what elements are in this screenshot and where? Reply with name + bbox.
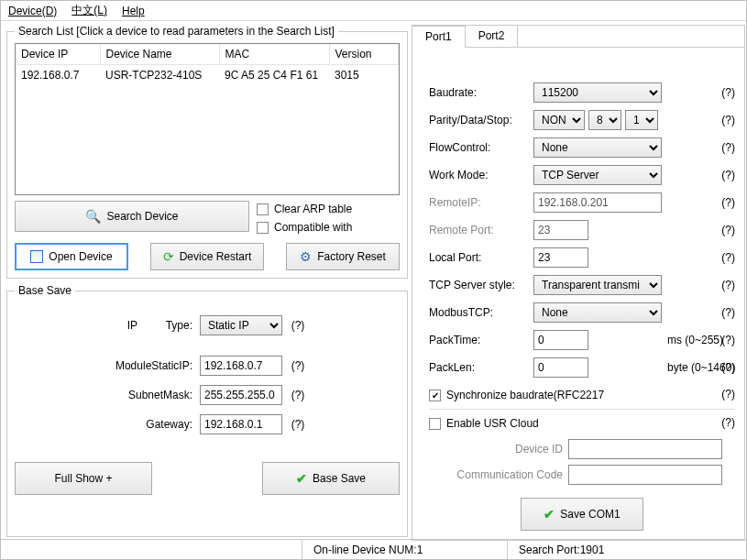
- menu-help[interactable]: Help: [122, 5, 145, 17]
- open-device-button[interactable]: Open Device: [15, 243, 128, 270]
- col-device-name[interactable]: Device Name: [100, 44, 219, 65]
- tab-port2[interactable]: Port2: [465, 25, 519, 47]
- subnet-input[interactable]: [200, 385, 282, 405]
- help-subnet[interactable]: (?): [282, 389, 313, 401]
- table-header-row: Device IP Device Name MAC Version: [16, 44, 399, 65]
- help-static-ip[interactable]: (?): [282, 359, 313, 372]
- table-row[interactable]: 192.168.0.7 USR-TCP232-410S 9C A5 25 C4 …: [16, 65, 399, 86]
- help-modbus[interactable]: (?): [721, 306, 735, 319]
- status-online: On-line Device NUM:1: [302, 540, 507, 559]
- tcpstyle-select[interactable]: Transparent transmi: [533, 275, 662, 295]
- help-flow[interactable]: (?): [721, 141, 735, 154]
- base-save-legend: Base Save: [15, 284, 75, 297]
- full-show-label: Full Show +: [54, 472, 112, 485]
- help-sync[interactable]: (?): [721, 388, 735, 401]
- packtime-unit: ms (0~255): [662, 334, 711, 346]
- comm-code-label: Communication Code: [451, 468, 568, 481]
- remoteport-label: Remote Port:: [429, 224, 533, 236]
- check-icon: ✔: [544, 507, 555, 522]
- menubar: Device(D) 中文(L) Help: [1, 1, 746, 21]
- workmode-select[interactable]: TCP Server: [533, 165, 662, 185]
- modbus-select[interactable]: None: [533, 302, 662, 323]
- device-id-input: [568, 439, 722, 459]
- open-device-label: Open Device: [49, 250, 112, 263]
- device-table[interactable]: Device IP Device Name MAC Version 192.16…: [15, 43, 400, 195]
- ip-type-select[interactable]: Static IP: [200, 315, 282, 335]
- menu-lang[interactable]: 中文(L): [71, 3, 107, 18]
- factory-reset-button[interactable]: ⚙ Factory Reset: [286, 243, 400, 270]
- subnet-label: SubnetMask:: [93, 389, 200, 401]
- type-label: Type:: [145, 319, 200, 332]
- help-packtime[interactable]: (?): [721, 334, 735, 346]
- cell-mac: 9C A5 25 C4 F1 61: [219, 65, 329, 86]
- data-select[interactable]: 8: [588, 110, 621, 130]
- device-restart-button[interactable]: ⟳ Device Restart: [150, 243, 264, 270]
- save-com1-button[interactable]: ✔ Save COM1: [521, 498, 643, 531]
- full-show-button[interactable]: Full Show +: [15, 462, 152, 495]
- static-ip-label: ModuleStaticIP:: [93, 359, 200, 372]
- restart-icon: ⟳: [163, 249, 174, 264]
- base-save-button[interactable]: ✔ Base Save: [262, 462, 400, 495]
- help-rport[interactable]: (?): [721, 224, 735, 236]
- comm-code-input: [568, 465, 722, 485]
- port-tabs: Port1 Port2 Baudrate: 115200 (?) Parity/…: [412, 25, 745, 541]
- clear-arp-checkbox[interactable]: Clear ARP table: [257, 203, 352, 215]
- menu-device[interactable]: Device(D): [8, 5, 57, 17]
- help-cloud[interactable]: (?): [721, 416, 735, 429]
- pds-label: Parity/Data/Stop:: [429, 114, 533, 126]
- help-tcpstyle[interactable]: (?): [721, 279, 735, 291]
- cell-name: USR-TCP232-410S: [100, 65, 219, 86]
- remoteip-input: [533, 192, 662, 213]
- tab-port1[interactable]: Port1: [412, 26, 466, 48]
- gear-icon: ⚙: [300, 249, 312, 264]
- help-gateway[interactable]: (?): [282, 418, 313, 431]
- modbus-label: ModbusTCP:: [429, 306, 533, 319]
- base-save-group: Base Save IP Type: Static IP (?) ModuleS…: [6, 284, 408, 537]
- baudrate-select[interactable]: 115200: [533, 82, 662, 103]
- remoteip-label: RemoteIP:: [429, 196, 533, 209]
- cell-ver: 3015: [329, 65, 399, 86]
- sync-baudrate-label: Synchronize baudrate(RFC2217: [446, 389, 604, 401]
- gateway-label: Gateway:: [93, 418, 200, 431]
- status-bar: On-line Device NUM:1 Search Port:1901: [1, 539, 746, 559]
- baudrate-label: Baudrate:: [429, 86, 533, 99]
- col-version[interactable]: Version: [329, 44, 399, 65]
- help-packlen[interactable]: (?): [721, 361, 735, 374]
- compatible-label: Compatible with: [274, 221, 352, 234]
- ip-label: IP: [93, 319, 145, 332]
- enable-cloud-label: Enable USR Cloud: [446, 417, 539, 430]
- status-search-port: Search Port:1901: [507, 540, 746, 559]
- col-device-ip[interactable]: Device IP: [16, 44, 100, 65]
- help-lport[interactable]: (?): [721, 251, 735, 264]
- flow-label: FlowControl:: [429, 141, 533, 154]
- stop-select[interactable]: 1: [625, 110, 658, 130]
- packlen-unit: byte (0~1460): [662, 361, 711, 374]
- help-rip[interactable]: (?): [721, 196, 735, 209]
- localport-input[interactable]: [533, 247, 588, 268]
- base-save-label: Base Save: [313, 472, 366, 485]
- packtime-label: PackTime:: [429, 334, 533, 346]
- col-mac[interactable]: MAC: [219, 44, 329, 65]
- remoteport-input: [533, 220, 588, 240]
- packlen-input[interactable]: [533, 357, 588, 378]
- enable-cloud-checkbox[interactable]: Enable USR Cloud: [429, 412, 711, 435]
- flow-select[interactable]: None: [533, 137, 662, 158]
- help-work[interactable]: (?): [721, 169, 735, 181]
- parity-select[interactable]: NONE: [533, 110, 585, 130]
- help-ip-type[interactable]: (?): [282, 319, 313, 332]
- search-device-label: Search Device: [106, 210, 178, 223]
- gateway-input[interactable]: [200, 414, 282, 434]
- checkbox-icon: [429, 390, 441, 401]
- sync-baudrate-checkbox[interactable]: Synchronize baudrate(RFC2217: [429, 383, 711, 407]
- search-device-button[interactable]: 🔍 Search Device: [15, 201, 249, 232]
- device-id-label: Device ID: [451, 443, 568, 456]
- search-list-legend: Search List [Click a device to read para…: [15, 25, 338, 38]
- port1-body: Baudrate: 115200 (?) Parity/Data/Stop: N…: [412, 47, 744, 540]
- help-baud[interactable]: (?): [721, 86, 735, 99]
- help-pds[interactable]: (?): [721, 114, 735, 126]
- compatible-checkbox[interactable]: Compatible with: [257, 221, 352, 234]
- packtime-input[interactable]: [533, 330, 588, 350]
- checkbox-icon: [429, 418, 441, 430]
- factory-reset-label: Factory Reset: [317, 250, 386, 263]
- static-ip-input[interactable]: [200, 356, 282, 376]
